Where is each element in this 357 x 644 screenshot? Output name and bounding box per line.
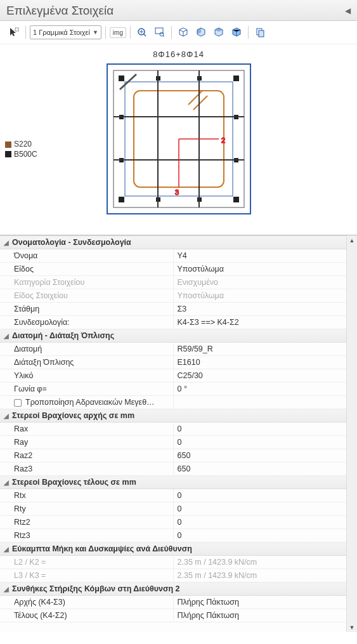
- select-tool-button[interactable]: [6, 25, 22, 40]
- legend-swatch-s220: [5, 141, 11, 148]
- property-group-header[interactable]: ◢Διατομή - Διάταξη Όπλισης: [0, 329, 346, 343]
- scroll-up-icon[interactable]: ▲: [347, 235, 357, 245]
- svg-rect-18: [233, 76, 239, 81]
- property-value[interactable]: 650: [173, 463, 346, 476]
- property-row[interactable]: Rtz20: [0, 516, 346, 529]
- property-grid: ▲ ▼ ◢Ονοματολογία - ΣυνδεσμολογίαΌνομαΥ4…: [0, 235, 357, 632]
- property-row[interactable]: ΕίδοςΥποστύλωμα: [0, 263, 346, 276]
- property-row[interactable]: Rty0: [0, 503, 346, 516]
- expander-icon[interactable]: ◢: [4, 240, 10, 246]
- property-row[interactable]: Rtx0: [0, 489, 346, 503]
- section-preview: 8Φ16+8Φ14 S220 B500C: [0, 44, 357, 235]
- zoom-window-button[interactable]: [152, 25, 167, 40]
- property-value[interactable]: K4-Σ3 ==> K4-Σ2: [173, 316, 346, 329]
- property-row[interactable]: Γωνία φ=0 °: [0, 383, 346, 396]
- svg-rect-17: [119, 76, 124, 81]
- property-row[interactable]: L2 / K2 =2.35 m / 1423.9 kN/cm: [0, 556, 346, 569]
- property-key: Raz3: [0, 463, 173, 476]
- property-value[interactable]: Υποστύλωμα: [173, 263, 346, 276]
- property-value[interactable]: [173, 396, 346, 409]
- property-value[interactable]: 0: [173, 423, 346, 436]
- property-value[interactable]: 0: [173, 529, 346, 542]
- svg-line-2: [143, 34, 146, 36]
- svg-text:2: 2: [221, 136, 225, 144]
- property-group-header[interactable]: ◢Ονοματολογία - Συνδεσμολογία: [0, 236, 346, 249]
- expander-icon[interactable]: ◢: [4, 546, 10, 552]
- property-value[interactable]: Υποστύλωμα: [173, 289, 346, 303]
- property-key: Στάθμη: [0, 303, 173, 316]
- property-key: Rtz3: [0, 529, 173, 542]
- property-row[interactable]: ΥλικόC25/30: [0, 369, 346, 383]
- zoom-extents-button[interactable]: [134, 25, 150, 40]
- property-row[interactable]: Τροποποίηση Αδρανειακών Μεγεθ…: [0, 396, 346, 409]
- property-value[interactable]: Υ4: [173, 249, 346, 263]
- panel-collapse-icon[interactable]: ◀: [345, 6, 351, 15]
- property-row[interactable]: Διάταξη ΌπλισηςE1610: [0, 356, 346, 369]
- image-mode-button[interactable]: img: [110, 27, 126, 38]
- property-value[interactable]: Πλήρης Πάκτωση: [173, 596, 346, 609]
- property-value[interactable]: Πλήρης Πάκτωση: [173, 609, 346, 622]
- property-value[interactable]: 0: [173, 516, 346, 529]
- property-key: Όνομα: [0, 249, 173, 263]
- property-row[interactable]: Rtz30: [0, 529, 346, 542]
- property-group-header[interactable]: ◢Στερεοί Βραχίονες αρχής σε mm: [0, 409, 346, 423]
- property-row[interactable]: Ray0: [0, 436, 346, 449]
- property-key: Υλικό: [0, 369, 173, 383]
- property-row[interactable]: ΌνομαΥ4: [0, 249, 346, 263]
- svg-rect-19: [119, 197, 124, 202]
- property-row[interactable]: ΣτάθμηΣ3: [0, 303, 346, 316]
- property-row[interactable]: Αρχής (K4-Σ3)Πλήρης Πάκτωση: [0, 596, 346, 609]
- property-group-header[interactable]: ◢Στερεοί Βραχίονες τέλους σε mm: [0, 476, 346, 489]
- property-value[interactable]: Ενισχυμένο: [173, 276, 346, 289]
- property-value[interactable]: 650: [173, 449, 346, 463]
- property-value[interactable]: 0 °: [173, 383, 346, 396]
- property-row[interactable]: Συνδεσμολογία:K4-Σ3 ==> K4-Σ2: [0, 316, 346, 329]
- property-row[interactable]: Τέλους (K4-Σ2)Πλήρης Πάκτωση: [0, 609, 346, 622]
- element-type-dropdown[interactable]: 1 Γραμμικά Στοιχεί ▼: [30, 25, 101, 39]
- property-key: Είδος: [0, 263, 173, 276]
- property-value[interactable]: Σ3: [173, 303, 346, 316]
- property-key: Rtz2: [0, 516, 173, 529]
- scroll-down-icon[interactable]: ▼: [347, 622, 357, 632]
- property-key: Συνδεσμολογία:: [0, 316, 173, 329]
- property-key: Rty: [0, 503, 173, 516]
- property-key: Raz2: [0, 449, 173, 463]
- expander-icon[interactable]: ◢: [4, 480, 10, 485]
- legend-label-b500c: B500C: [14, 150, 37, 160]
- checkbox[interactable]: [14, 399, 22, 407]
- property-value[interactable]: C25/30: [173, 369, 346, 383]
- copy-button[interactable]: [252, 25, 268, 40]
- property-value[interactable]: 0: [173, 503, 346, 516]
- property-value[interactable]: 0: [173, 489, 346, 503]
- cross-section-diagram: 2 3: [106, 63, 252, 215]
- panel-title: Επιλεγμένα Στοιχεία: [6, 4, 114, 18]
- property-group-header[interactable]: ◢Συνθήκες Στήριξης Κόμβων στη Διεύθυνση …: [0, 582, 346, 596]
- chevron-down-icon: ▼: [93, 29, 98, 36]
- view-front-button[interactable]: [193, 25, 209, 40]
- property-value[interactable]: 2.35 m / 1423.9 kN/cm: [173, 556, 346, 569]
- property-row[interactable]: Raz2650: [0, 449, 346, 463]
- property-row[interactable]: Raz3650: [0, 463, 346, 476]
- property-value[interactable]: 2.35 m / 1423.9 kN/cm: [173, 569, 346, 582]
- view-iso-button[interactable]: [176, 25, 191, 40]
- expander-icon[interactable]: ◢: [4, 586, 10, 592]
- property-row[interactable]: L3 / K3 =2.35 m / 1423.9 kN/cm: [0, 569, 346, 582]
- property-group-header[interactable]: ◢Εύκαμπτα Μήκη και Δυσκαμψίες ανά Διεύθυ…: [0, 542, 346, 556]
- expander-icon[interactable]: ◢: [4, 333, 10, 339]
- view-solid-button[interactable]: [229, 25, 244, 40]
- property-value[interactable]: E1610: [173, 356, 346, 369]
- property-row[interactable]: Rax0: [0, 423, 346, 436]
- svg-line-7: [163, 36, 164, 37]
- property-value[interactable]: 0: [173, 436, 346, 449]
- property-row[interactable]: Κατηγορία ΣτοιχείουΕνισχυμένο: [0, 276, 346, 289]
- legend-swatch-b500c: [5, 151, 11, 157]
- property-row[interactable]: Είδος ΣτοιχείουΥποστύλωμα: [0, 289, 346, 303]
- expander-icon[interactable]: ◢: [4, 413, 10, 419]
- scrollbar[interactable]: ▲ ▼: [346, 235, 357, 632]
- group-title: Στερεοί Βραχίονες τέλους σε mm: [12, 478, 136, 487]
- group-title: Στερεοί Βραχίονες αρχής σε mm: [12, 411, 134, 420]
- property-row[interactable]: ΔιατομήR59/59_R: [0, 343, 346, 356]
- view-side-button[interactable]: [211, 25, 226, 40]
- property-key: Διάταξη Όπλισης: [0, 356, 173, 369]
- property-value[interactable]: R59/59_R: [173, 343, 346, 356]
